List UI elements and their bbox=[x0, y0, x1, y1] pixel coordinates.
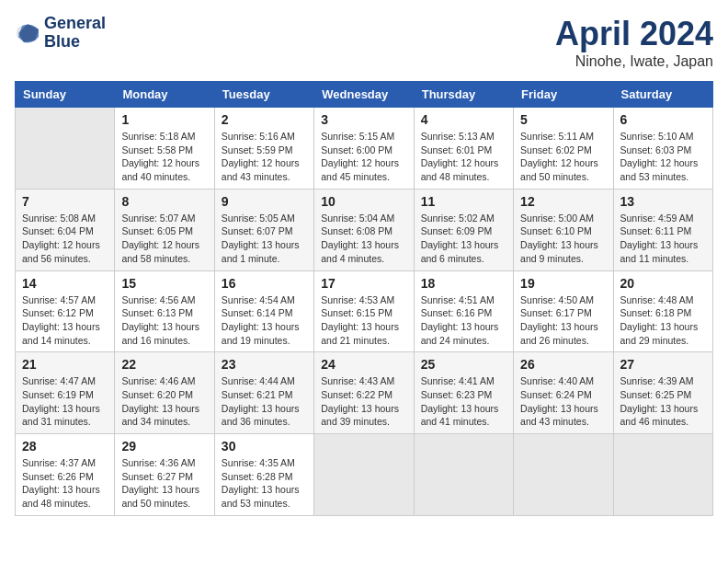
day-info: Sunrise: 4:43 AM Sunset: 6:22 PM Dayligh… bbox=[321, 374, 406, 429]
column-header-thursday: Thursday bbox=[414, 82, 513, 108]
day-info: Sunrise: 5:16 AM Sunset: 5:59 PM Dayligh… bbox=[222, 130, 307, 184]
day-info: Sunrise: 4:41 AM Sunset: 6:23 PM Dayligh… bbox=[421, 374, 506, 429]
calendar-cell: 12Sunrise: 5:00 AM Sunset: 6:10 PM Dayli… bbox=[514, 189, 613, 270]
calendar-cell bbox=[613, 434, 712, 516]
day-info: Sunrise: 5:18 AM Sunset: 5:58 PM Dayligh… bbox=[121, 130, 207, 184]
day-info: Sunrise: 5:10 AM Sunset: 6:03 PM Dayligh… bbox=[620, 130, 706, 184]
page-header: General Blue April 2024 Ninohe, Iwate, J… bbox=[15, 15, 713, 70]
calendar-cell: 26Sunrise: 4:40 AM Sunset: 6:24 PM Dayli… bbox=[514, 352, 613, 434]
calendar-cell: 30Sunrise: 4:35 AM Sunset: 6:28 PM Dayli… bbox=[214, 434, 313, 516]
column-header-wednesday: Wednesday bbox=[314, 82, 414, 108]
day-info: Sunrise: 4:35 AM Sunset: 6:28 PM Dayligh… bbox=[222, 456, 307, 511]
day-number: 5 bbox=[520, 112, 606, 127]
day-number: 25 bbox=[421, 357, 506, 372]
calendar-cell bbox=[414, 434, 513, 516]
calendar-cell bbox=[314, 434, 414, 516]
calendar-cell bbox=[16, 108, 115, 190]
column-header-saturday: Saturday bbox=[613, 82, 712, 108]
week-row-3: 14Sunrise: 4:57 AM Sunset: 6:12 PM Dayli… bbox=[16, 270, 713, 352]
column-header-monday: Monday bbox=[115, 82, 214, 108]
day-info: Sunrise: 4:48 AM Sunset: 6:18 PM Dayligh… bbox=[620, 293, 706, 348]
day-number: 7 bbox=[22, 194, 108, 209]
week-row-4: 21Sunrise: 4:47 AM Sunset: 6:19 PM Dayli… bbox=[16, 352, 713, 434]
calendar-cell: 11Sunrise: 5:02 AM Sunset: 6:09 PM Dayli… bbox=[414, 189, 513, 270]
day-number: 9 bbox=[222, 194, 307, 209]
column-header-sunday: Sunday bbox=[16, 82, 115, 108]
day-info: Sunrise: 5:02 AM Sunset: 6:09 PM Dayligh… bbox=[421, 212, 506, 266]
calendar-cell: 24Sunrise: 4:43 AM Sunset: 6:22 PM Dayli… bbox=[314, 352, 414, 434]
calendar-cell: 2Sunrise: 5:16 AM Sunset: 5:59 PM Daylig… bbox=[214, 108, 313, 190]
day-info: Sunrise: 5:13 AM Sunset: 6:01 PM Dayligh… bbox=[421, 130, 506, 184]
day-info: Sunrise: 4:39 AM Sunset: 6:25 PM Dayligh… bbox=[620, 374, 706, 429]
day-number: 14 bbox=[22, 276, 108, 291]
day-info: Sunrise: 4:37 AM Sunset: 6:26 PM Dayligh… bbox=[22, 456, 108, 511]
day-number: 22 bbox=[121, 357, 207, 372]
day-number: 26 bbox=[520, 357, 606, 372]
calendar-cell: 6Sunrise: 5:10 AM Sunset: 6:03 PM Daylig… bbox=[613, 108, 712, 190]
title-block: April 2024 Ninohe, Iwate, Japan bbox=[555, 15, 713, 70]
calendar-cell: 21Sunrise: 4:47 AM Sunset: 6:19 PM Dayli… bbox=[16, 352, 115, 434]
day-number: 6 bbox=[620, 112, 706, 127]
day-info: Sunrise: 4:50 AM Sunset: 6:17 PM Dayligh… bbox=[520, 293, 606, 348]
calendar-table: SundayMondayTuesdayWednesdayThursdayFrid… bbox=[15, 81, 713, 516]
week-row-2: 7Sunrise: 5:08 AM Sunset: 6:04 PM Daylig… bbox=[16, 189, 713, 270]
day-number: 1 bbox=[121, 112, 207, 127]
calendar-cell: 8Sunrise: 5:07 AM Sunset: 6:05 PM Daylig… bbox=[115, 189, 214, 270]
calendar-cell: 27Sunrise: 4:39 AM Sunset: 6:25 PM Dayli… bbox=[613, 352, 712, 434]
day-number: 15 bbox=[121, 276, 207, 291]
calendar-cell: 1Sunrise: 5:18 AM Sunset: 5:58 PM Daylig… bbox=[115, 108, 214, 190]
day-number: 24 bbox=[321, 357, 406, 372]
day-number: 4 bbox=[421, 112, 506, 127]
day-info: Sunrise: 4:51 AM Sunset: 6:16 PM Dayligh… bbox=[421, 293, 506, 348]
day-number: 30 bbox=[222, 439, 307, 454]
day-number: 16 bbox=[222, 276, 307, 291]
week-row-1: 1Sunrise: 5:18 AM Sunset: 5:58 PM Daylig… bbox=[16, 108, 713, 190]
day-info: Sunrise: 4:57 AM Sunset: 6:12 PM Dayligh… bbox=[22, 293, 108, 348]
day-number: 29 bbox=[121, 439, 207, 454]
day-info: Sunrise: 5:07 AM Sunset: 6:05 PM Dayligh… bbox=[121, 212, 207, 266]
calendar-cell: 17Sunrise: 4:53 AM Sunset: 6:15 PM Dayli… bbox=[314, 270, 414, 352]
day-number: 12 bbox=[520, 194, 606, 209]
calendar-cell: 14Sunrise: 4:57 AM Sunset: 6:12 PM Dayli… bbox=[16, 270, 115, 352]
day-number: 19 bbox=[520, 276, 606, 291]
day-number: 11 bbox=[421, 194, 506, 209]
day-number: 18 bbox=[421, 276, 506, 291]
day-number: 8 bbox=[121, 194, 207, 209]
calendar-cell: 28Sunrise: 4:37 AM Sunset: 6:26 PM Dayli… bbox=[16, 434, 115, 516]
calendar-cell: 15Sunrise: 4:56 AM Sunset: 6:13 PM Dayli… bbox=[115, 270, 214, 352]
calendar-cell: 25Sunrise: 4:41 AM Sunset: 6:23 PM Dayli… bbox=[414, 352, 513, 434]
day-number: 27 bbox=[620, 357, 706, 372]
day-info: Sunrise: 4:40 AM Sunset: 6:24 PM Dayligh… bbox=[520, 374, 606, 429]
day-number: 21 bbox=[22, 357, 108, 372]
calendar-cell: 4Sunrise: 5:13 AM Sunset: 6:01 PM Daylig… bbox=[414, 108, 513, 190]
column-header-friday: Friday bbox=[514, 82, 613, 108]
day-info: Sunrise: 4:47 AM Sunset: 6:19 PM Dayligh… bbox=[22, 374, 108, 429]
day-number: 17 bbox=[321, 276, 406, 291]
day-number: 23 bbox=[222, 357, 307, 372]
logo-icon bbox=[15, 20, 40, 46]
logo-text: General Blue bbox=[44, 15, 106, 52]
column-header-row: SundayMondayTuesdayWednesdayThursdayFrid… bbox=[16, 82, 713, 108]
calendar-cell: 22Sunrise: 4:46 AM Sunset: 6:20 PM Dayli… bbox=[115, 352, 214, 434]
month-title: April 2024 bbox=[555, 15, 713, 53]
day-info: Sunrise: 5:15 AM Sunset: 6:00 PM Dayligh… bbox=[321, 130, 406, 184]
day-info: Sunrise: 5:11 AM Sunset: 6:02 PM Dayligh… bbox=[520, 130, 606, 184]
calendar-cell: 13Sunrise: 4:59 AM Sunset: 6:11 PM Dayli… bbox=[613, 189, 712, 270]
day-number: 3 bbox=[321, 112, 406, 127]
day-number: 28 bbox=[22, 439, 108, 454]
week-row-5: 28Sunrise: 4:37 AM Sunset: 6:26 PM Dayli… bbox=[16, 434, 713, 516]
day-info: Sunrise: 4:56 AM Sunset: 6:13 PM Dayligh… bbox=[121, 293, 207, 348]
calendar-body: 1Sunrise: 5:18 AM Sunset: 5:58 PM Daylig… bbox=[16, 108, 713, 516]
calendar-cell: 23Sunrise: 4:44 AM Sunset: 6:21 PM Dayli… bbox=[214, 352, 313, 434]
day-info: Sunrise: 4:53 AM Sunset: 6:15 PM Dayligh… bbox=[321, 293, 406, 348]
day-number: 10 bbox=[321, 194, 406, 209]
calendar-cell bbox=[514, 434, 613, 516]
day-number: 20 bbox=[620, 276, 706, 291]
day-info: Sunrise: 5:04 AM Sunset: 6:08 PM Dayligh… bbox=[321, 212, 406, 266]
day-number: 13 bbox=[620, 194, 706, 209]
calendar-cell: 10Sunrise: 5:04 AM Sunset: 6:08 PM Dayli… bbox=[314, 189, 414, 270]
logo: General Blue bbox=[15, 15, 106, 52]
day-info: Sunrise: 5:05 AM Sunset: 6:07 PM Dayligh… bbox=[222, 212, 307, 266]
day-number: 2 bbox=[222, 112, 307, 127]
day-info: Sunrise: 4:44 AM Sunset: 6:21 PM Dayligh… bbox=[222, 374, 307, 429]
